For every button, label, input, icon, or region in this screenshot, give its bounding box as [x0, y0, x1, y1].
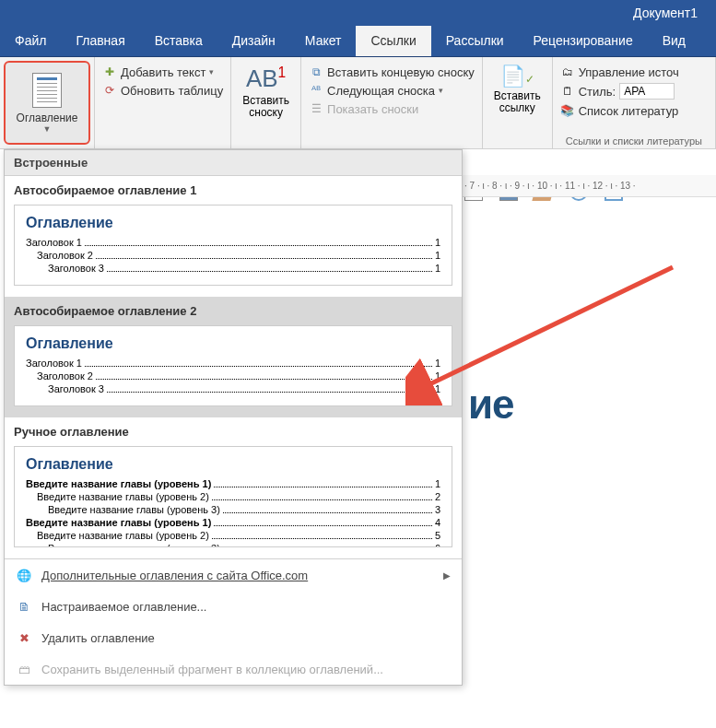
ribbon-group-label: Ссылки и списки литературы: [553, 135, 715, 147]
document-icon: 🗎: [16, 598, 32, 615]
builtin-header: Встроенные: [5, 150, 462, 176]
next-footnote-icon: ᴬᴮ: [309, 83, 323, 98]
bibliography-icon: 📚: [560, 103, 575, 118]
show-footnotes-icon: ☰: [309, 101, 323, 116]
remove-toc[interactable]: ✖ Удалить оглавление: [5, 622, 462, 653]
chevron-down-icon: ▾: [209, 67, 214, 76]
delete-icon: ✖: [16, 629, 32, 646]
next-footnote-button[interactable]: ᴬᴮ Следующая сноска ▾: [309, 81, 475, 100]
document-area: · 7 · ι · 8 · ι · 9 · ι · 10 · ι · 11 · …: [459, 175, 716, 428]
save-selection-toc: 🗃 Сохранить выделенный фрагмент в коллек…: [5, 653, 462, 685]
tab-references[interactable]: Ссылки: [356, 26, 430, 56]
style-selector[interactable]: 🗒 Стиль:: [560, 81, 708, 101]
update-table-button[interactable]: ⟳ Обновить таблицу: [102, 81, 223, 100]
custom-toc[interactable]: 🗎 Настраиваемое оглавление...: [5, 591, 462, 622]
ribbon: Оглавление ▼ ✚ Добавить текст ▾ ⟳ Обнови…: [0, 57, 716, 149]
footnote-icon: AB1: [246, 65, 286, 93]
menu-footer: 🌐 Дополнительные оглавления с сайта Offi…: [5, 558, 462, 685]
toc-icon: [32, 73, 62, 108]
office-icon: 🌐: [16, 567, 32, 583]
toc-preview: Оглавление Заголовок 11 Заголовок 21 Заг…: [14, 205, 452, 286]
show-footnotes-button[interactable]: ☰ Показать сноски: [309, 100, 475, 118]
insert-footnote-button[interactable]: AB1 Вставить сноску: [239, 61, 293, 123]
chevron-right-icon: ▶: [443, 570, 451, 581]
ribbon-tabs: Файл Главная Вставка Дизайн Макет Ссылки…: [0, 26, 716, 57]
tab-design[interactable]: Дизайн: [217, 26, 290, 56]
more-toc-office[interactable]: 🌐 Дополнительные оглавления с сайта Offi…: [5, 559, 462, 591]
toc-auto1-option[interactable]: Автособираемое оглавление 1 Оглавление З…: [5, 176, 462, 297]
tab-home[interactable]: Главная: [61, 26, 139, 56]
chevron-down-icon: ▾: [439, 86, 443, 95]
tab-review[interactable]: Рецензирование: [519, 26, 648, 56]
document-name: Документ1: [633, 6, 698, 20]
document-heading-text[interactable]: ие: [459, 197, 716, 428]
insert-endnote-button[interactable]: ⧉ Вставить концевую сноску: [309, 63, 475, 81]
style-input[interactable]: [619, 83, 675, 100]
save-icon: 🗃: [16, 661, 32, 677]
tab-mailings[interactable]: Рассылки: [431, 26, 519, 56]
endnote-icon: ⧉: [309, 65, 323, 79]
tab-file[interactable]: Файл: [0, 26, 61, 56]
toc-manual-option[interactable]: Ручное оглавление Оглавление Введите наз…: [5, 417, 462, 558]
style-icon: 🗒: [560, 84, 575, 99]
toc-auto2-option[interactable]: Автособираемое оглавление 2 Оглавление З…: [5, 297, 462, 417]
tab-insert[interactable]: Вставка: [140, 26, 217, 56]
link-icon: 📄✓: [500, 65, 534, 88]
refresh-icon: ⟳: [102, 83, 117, 98]
title-bar: Документ1: [0, 0, 716, 26]
add-text-button[interactable]: ✚ Добавить текст ▾: [102, 63, 223, 81]
tab-view[interactable]: Вид: [648, 26, 700, 56]
sources-icon: 🗂: [560, 65, 575, 79]
horizontal-ruler[interactable]: · 7 · ι · 8 · ι · 9 · ι · 10 · ι · 11 · …: [459, 175, 716, 197]
toc-preview: Оглавление Введите название главы (урове…: [14, 446, 452, 547]
manage-sources-button[interactable]: 🗂 Управление источ: [560, 63, 708, 81]
toc-dropdown-menu: Встроенные Автособираемое оглавление 1 О…: [4, 149, 463, 686]
bibliography-button[interactable]: 📚 Список литератур: [560, 101, 708, 120]
chevron-down-icon: ▼: [43, 124, 52, 134]
insert-link-button[interactable]: 📄✓ Вставить ссылку: [490, 61, 545, 118]
toc-preview: Оглавление Заголовок 11 Заголовок 21 Заг…: [14, 325, 452, 406]
add-text-icon: ✚: [102, 65, 117, 79]
tab-layout[interactable]: Макет: [290, 26, 357, 56]
toc-dropdown-button[interactable]: Оглавление ▼: [4, 61, 90, 145]
